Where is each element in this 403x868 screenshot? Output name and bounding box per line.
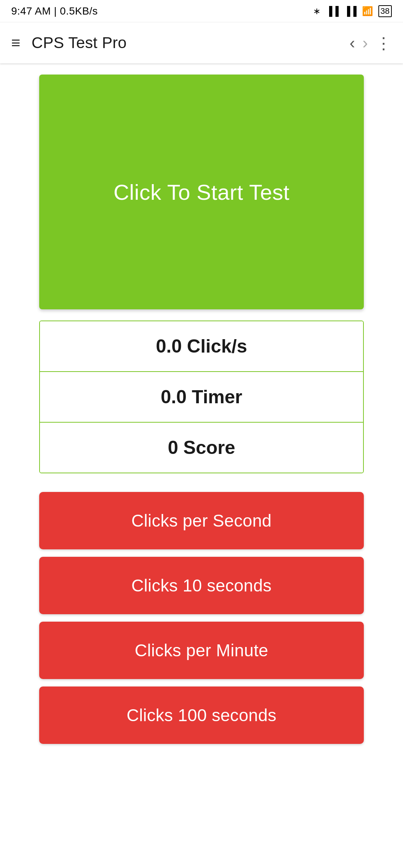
stats-box: 0.0 Click/s 0.0 Timer 0 Score xyxy=(39,321,364,473)
bluetooth-icon: ∗ xyxy=(313,6,321,16)
clicks-value: 0.0 Click/s xyxy=(156,336,247,357)
forward-button[interactable]: › xyxy=(362,34,368,52)
score-stat-row: 0 Score xyxy=(40,423,363,473)
menu-icon[interactable]: ≡ xyxy=(11,35,21,51)
signal-icon-2: ▐▐ xyxy=(344,6,357,16)
click-area[interactable]: Click To Start Test xyxy=(39,75,364,309)
status-bar: 9:47 AM | 0.5KB/s ∗ ▐▐ ▐▐ 📶 38 xyxy=(0,0,403,22)
back-button[interactable]: ‹ xyxy=(350,34,355,52)
clicks-100-seconds-button[interactable]: Clicks 100 seconds xyxy=(39,686,364,744)
status-icons: ∗ ▐▐ ▐▐ 📶 38 xyxy=(313,5,392,17)
status-time: 9:47 AM | 0.5KB/s xyxy=(11,5,98,17)
clicks-stat-row: 0.0 Click/s xyxy=(40,321,363,372)
wifi-icon: 📶 xyxy=(362,6,373,16)
signal-icon-1: ▐▐ xyxy=(326,6,338,16)
clicks-per-minute-button[interactable]: Clicks per Minute xyxy=(39,622,364,679)
clicks-per-second-button[interactable]: Clicks per Second xyxy=(39,492,364,549)
timer-value: 0.0 Timer xyxy=(161,386,243,407)
main-content: Click To Start Test 0.0 Click/s 0.0 Time… xyxy=(0,63,403,755)
nav-icons: ‹ › ⋮ xyxy=(350,34,392,53)
timer-stat-row: 0.0 Timer xyxy=(40,372,363,423)
clicks-10-seconds-button[interactable]: Clicks 10 seconds xyxy=(39,557,364,614)
mode-buttons: Clicks per Second Clicks 10 seconds Clic… xyxy=(39,492,364,744)
app-title: CPS Test Pro xyxy=(32,34,350,52)
score-value: 0 Score xyxy=(168,437,235,458)
click-area-label: Click To Start Test xyxy=(113,180,290,205)
app-bar: ≡ CPS Test Pro ‹ › ⋮ xyxy=(0,22,403,63)
battery-icon: 38 xyxy=(378,5,392,17)
more-menu-button[interactable]: ⋮ xyxy=(375,34,392,53)
